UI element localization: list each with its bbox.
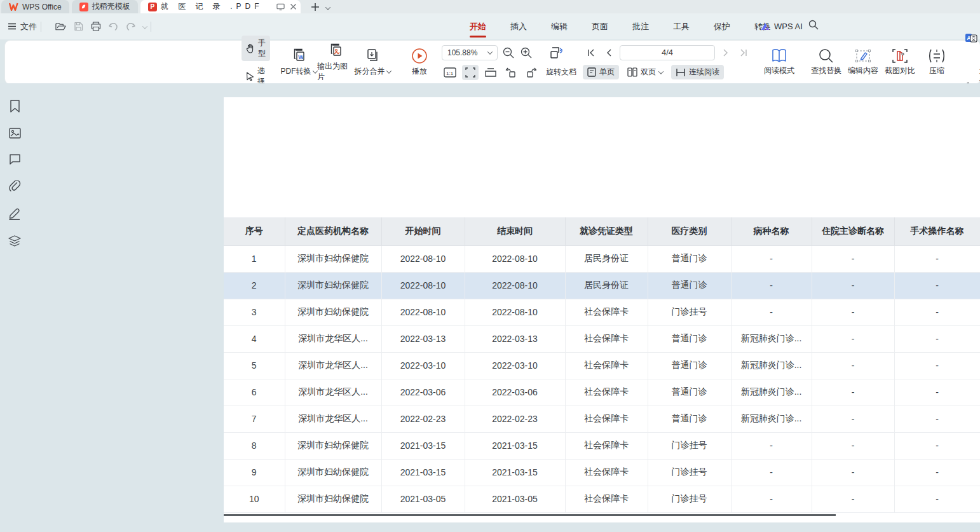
- table-cell: -: [894, 432, 980, 459]
- zoom-level-select[interactable]: 105.88%: [442, 45, 498, 60]
- zoom-out-icon[interactable]: [501, 46, 515, 60]
- read-mode-icon: [771, 48, 787, 64]
- pdf-convert-button[interactable]: W PDF转换: [280, 43, 317, 81]
- menu-tab-edit[interactable]: 编辑: [550, 18, 569, 35]
- table-cell: 门诊挂号: [648, 486, 731, 512]
- table-cell: 新冠肺炎门诊...: [731, 379, 812, 406]
- double-page-icon: [627, 67, 637, 77]
- wps-ai-button[interactable]: WPS AI: [760, 13, 803, 39]
- window-tab-bar: WPS Office 找稻壳模板 P 就 医 记 录 .PDF: [0, 0, 980, 13]
- table-cell: -: [894, 406, 980, 432]
- menu-tab-page[interactable]: 页面: [590, 18, 609, 35]
- last-page-icon[interactable]: [737, 46, 751, 60]
- compress-label: 压缩: [929, 65, 944, 76]
- ribbon-toolbar: 手型 选择 W PDF转换 输出为图片: [5, 41, 980, 84]
- continuous-read-button[interactable]: 连续阅读: [671, 65, 724, 79]
- table-cell: -: [812, 406, 894, 432]
- play-button[interactable]: 播放: [401, 43, 438, 81]
- first-page-icon[interactable]: [584, 46, 598, 60]
- print-icon[interactable]: [91, 22, 101, 31]
- tab-wps-home[interactable]: WPS Office: [1, 0, 69, 13]
- find-replace-button[interactable]: 查找替换: [808, 43, 845, 81]
- screenshot-compare-icon: [892, 48, 908, 64]
- replace-page-icon[interactable]: [550, 46, 564, 60]
- table-cell: 普通门诊: [648, 325, 731, 352]
- pdf-page[interactable]: 序号 定点医药机构名称 开始时间 结束时间 就诊凭证类型 医疗类别 病种名称 住…: [224, 97, 980, 522]
- table-cell: 深圳市龙华区人...: [285, 352, 381, 379]
- table-cell: 2022-02-23: [465, 406, 565, 432]
- split-merge-button[interactable]: 拆分合并: [354, 43, 391, 81]
- table-row: 3深圳市妇幼保健院2022-08-102022-08-10社会保障卡门诊挂号--…: [224, 299, 980, 325]
- table-cell: -: [731, 459, 812, 486]
- table-cell: 1: [224, 245, 285, 272]
- double-page-button[interactable]: 双页: [623, 65, 667, 79]
- menu-tab-home[interactable]: 开始: [468, 18, 487, 35]
- table-row: 4深圳市龙华区人...2022-03-132022-03-13社会保障卡普通门诊…: [224, 325, 980, 352]
- export-image-button[interactable]: 输出为图片: [317, 43, 354, 81]
- continuous-read-icon: [676, 68, 686, 77]
- menu-search-icon[interactable]: [808, 20, 819, 30]
- pdf-convert-icon: W: [290, 48, 307, 64]
- new-tab-icon[interactable]: [311, 3, 320, 11]
- table-cell: 2021-03-15: [465, 459, 565, 486]
- table-cell: 社会保障卡: [565, 352, 648, 379]
- zoom-in-icon[interactable]: [519, 46, 533, 60]
- zoom-level-value: 105.88%: [447, 48, 477, 57]
- read-mode-button[interactable]: 阅读模式: [761, 43, 798, 81]
- table-cell: 普通门诊: [648, 379, 731, 406]
- actual-size-button[interactable]: 1:1: [442, 65, 458, 80]
- fit-page-button[interactable]: [462, 65, 479, 80]
- screenshot-compare-button[interactable]: 截图对比: [881, 43, 918, 81]
- table-cell: -: [812, 459, 894, 486]
- find-replace-icon: [819, 48, 834, 64]
- table-cell: -: [812, 379, 894, 406]
- menu-tab-insert[interactable]: 插入: [509, 18, 528, 35]
- monitor-icon[interactable]: [276, 3, 285, 11]
- menu-tab-protect[interactable]: 保护: [712, 18, 732, 35]
- prev-page-icon[interactable]: [602, 46, 616, 60]
- hand-tool-button[interactable]: 手型: [242, 36, 270, 61]
- close-tab-icon[interactable]: [290, 3, 297, 10]
- table-cell: 社会保障卡: [565, 432, 648, 459]
- table-cell: 新冠肺炎门诊...: [731, 325, 812, 352]
- single-page-button[interactable]: 单页: [583, 65, 619, 79]
- tab-label: 就 医 记 录 .PDF: [161, 1, 263, 12]
- table-cell: 深圳市龙华区人...: [285, 379, 381, 406]
- undo-icon[interactable]: [109, 22, 118, 31]
- table-cell: 2022-08-10: [465, 272, 565, 299]
- menu-tab-comment[interactable]: 批注: [631, 18, 650, 35]
- table-cell: 4: [224, 325, 285, 352]
- read-mode-label: 阅读模式: [764, 65, 794, 76]
- table-cell: -: [812, 352, 894, 379]
- menu-tab-tools[interactable]: 工具: [672, 18, 691, 35]
- table-cell: 5: [224, 352, 285, 379]
- compress-button[interactable]: 压缩: [918, 43, 955, 81]
- full-translate-button[interactable]: A 全文翻译: [960, 14, 980, 61]
- open-file-icon[interactable]: [55, 22, 66, 31]
- fit-width-button[interactable]: [482, 65, 499, 80]
- page-number-input[interactable]: 4/4: [620, 45, 715, 60]
- tab-list-chevron-icon[interactable]: [326, 1, 330, 13]
- save-icon[interactable]: [74, 22, 83, 31]
- table-cell: 2022-08-10: [465, 245, 565, 272]
- rotate-left-icon[interactable]: [503, 65, 519, 80]
- next-page-icon[interactable]: [719, 46, 733, 60]
- attachment-icon[interactable]: [8, 180, 21, 192]
- tab-document-pdf[interactable]: P 就 医 记 录 .PDF: [140, 0, 301, 13]
- hand-tool-label: 手型: [258, 38, 266, 59]
- table-cell: 2021-03-05: [381, 486, 465, 512]
- thumbnail-panel-icon[interactable]: [9, 128, 21, 139]
- quickbar-chevron-icon[interactable]: [143, 22, 147, 31]
- comment-panel-icon[interactable]: [9, 154, 21, 165]
- redo-icon[interactable]: [126, 22, 135, 31]
- bookmark-icon[interactable]: [10, 100, 20, 113]
- layers-icon[interactable]: [8, 235, 21, 247]
- rotate-doc-label[interactable]: 旋转文档: [546, 67, 576, 78]
- tab-docer-templates[interactable]: 找稻壳模板: [72, 0, 138, 13]
- table-cell: 2022-08-10: [381, 245, 465, 272]
- table-cell: 8: [224, 432, 285, 459]
- file-menu[interactable]: 文件: [8, 21, 37, 32]
- signature-icon[interactable]: [8, 207, 21, 220]
- rotate-right-icon[interactable]: [523, 65, 540, 80]
- edit-content-button[interactable]: 编辑内容: [845, 43, 881, 81]
